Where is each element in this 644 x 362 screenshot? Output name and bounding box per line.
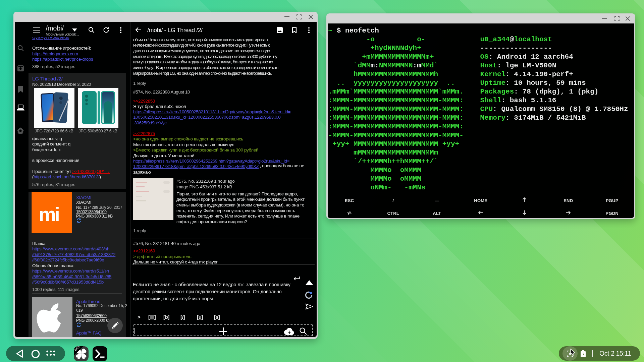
svg-text:mi: mi (39, 203, 59, 225)
